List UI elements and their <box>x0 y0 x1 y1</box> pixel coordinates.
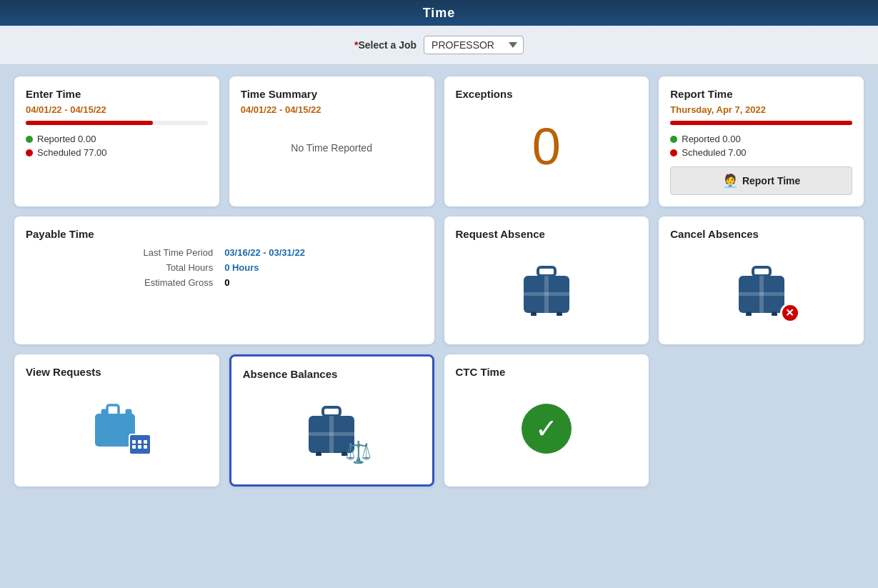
svg-rect-3 <box>524 292 569 296</box>
total-hours-value: 0 Hours <box>224 262 422 273</box>
enter-time-progress-bar-bg <box>26 121 208 125</box>
report-time-progress-bar <box>670 121 852 125</box>
payable-time-title: Payable Time <box>26 228 423 240</box>
absence-balances-combined-icon: ⚖️ <box>303 406 360 459</box>
main-content: Enter Time 04/01/22 - 04/15/22 Reported … <box>0 65 878 498</box>
svg-rect-6 <box>753 267 770 276</box>
request-absence-icon-area <box>456 244 638 333</box>
ctc-time-card[interactable]: CTC Time ✓ <box>444 354 649 487</box>
no-time-message: No Time Reported <box>241 121 423 175</box>
svg-rect-0 <box>538 267 555 276</box>
report-time-title: Report Time <box>670 88 852 100</box>
absence-balances-title: Absence Balances <box>243 368 421 380</box>
report-scheduled-dot <box>670 149 677 156</box>
total-hours-label: Total Hours <box>26 262 213 273</box>
ctc-time-title: CTC Time <box>456 366 638 378</box>
scales-badge-icon: ⚖️ <box>345 439 371 464</box>
estimated-gross-label: Estimated Gross <box>26 277 213 288</box>
cancel-absences-icon-area: ✕ <box>670 244 852 333</box>
svg-rect-15 <box>126 409 131 418</box>
enter-time-reported: Reported 0.00 <box>26 134 208 144</box>
report-time-progress-bar-bg <box>670 121 852 125</box>
report-time-date: Thursday, Apr 7, 2022 <box>670 104 852 115</box>
report-time-icon: 🧑‍💼 <box>722 173 738 189</box>
scheduled-dot <box>26 149 33 156</box>
svg-rect-16 <box>323 407 340 416</box>
exceptions-title: Exceptions <box>456 88 638 100</box>
last-period-label: Last Time Period <box>26 247 213 258</box>
luggage-icon <box>518 266 575 319</box>
absence-balances-icon-area: ⚖️ <box>243 384 421 473</box>
absence-balances-card[interactable]: Absence Balances ⚖️ <box>229 354 434 487</box>
view-requests-icon-area <box>26 382 208 467</box>
estimated-gross-value: 0 <box>224 277 422 288</box>
enter-time-progress-bar <box>26 121 153 125</box>
enter-time-title: Enter Time <box>26 88 208 100</box>
green-checkmark-icon: ✓ <box>522 404 572 454</box>
exceptions-card: Exceptions 0 <box>444 76 649 206</box>
view-requests-combined-icon <box>91 404 141 452</box>
ctc-time-icon-area: ✓ <box>456 382 638 468</box>
view-requests-card[interactable]: View Requests <box>14 354 219 487</box>
cancel-absences-title: Cancel Absences <box>670 228 852 240</box>
report-time-reported: Reported 0.00 <box>670 134 852 144</box>
cancel-absences-card[interactable]: Cancel Absences ✕ <box>659 216 864 344</box>
time-summary-card: Time Summary 04/01/22 - 04/15/22 No Time… <box>229 76 434 206</box>
svg-rect-19 <box>309 432 354 436</box>
reported-dot <box>26 136 33 143</box>
report-time-scheduled: Scheduled 7.00 <box>670 147 852 158</box>
enter-time-scheduled: Scheduled 77.00 <box>26 147 208 158</box>
cancel-luggage-icon: ✕ <box>733 266 790 319</box>
view-requests-title: View Requests <box>26 366 208 378</box>
enter-time-date: 04/01/22 - 04/15/22 <box>26 104 208 115</box>
report-time-card: Report Time Thursday, Apr 7, 2022 Report… <box>659 76 864 206</box>
report-time-button[interactable]: 🧑‍💼 Report Time <box>670 166 852 195</box>
payable-time-grid: Last Time Period 03/16/22 - 03/31/22 Tot… <box>26 247 423 288</box>
time-summary-date: 04/01/22 - 04/15/22 <box>241 104 423 115</box>
enter-time-card: Enter Time 04/01/22 - 04/15/22 Reported … <box>14 76 219 206</box>
request-absence-card[interactable]: Request Absence <box>444 216 649 344</box>
last-period-value: 03/16/22 - 03/31/22 <box>224 247 422 258</box>
svg-rect-14 <box>101 409 107 418</box>
report-reported-dot <box>670 136 677 143</box>
page-title: Time <box>423 6 456 21</box>
request-absence-title: Request Absence <box>456 228 638 240</box>
time-summary-title: Time Summary <box>241 88 423 100</box>
job-selector-dropdown[interactable]: PROFESSOR <box>424 36 524 54</box>
job-selector-bar: *Select a Job PROFESSOR <box>0 26 878 65</box>
svg-rect-13 <box>107 405 119 415</box>
exceptions-count: 0 <box>456 104 638 189</box>
svg-rect-9 <box>739 292 784 296</box>
job-selector-label: *Select a Job <box>354 39 416 51</box>
payable-time-card: Payable Time Last Time Period 03/16/22 -… <box>14 216 434 344</box>
page-header: Time <box>0 0 878 26</box>
cancel-x-badge: ✕ <box>780 303 800 323</box>
calendar-badge <box>129 434 151 455</box>
